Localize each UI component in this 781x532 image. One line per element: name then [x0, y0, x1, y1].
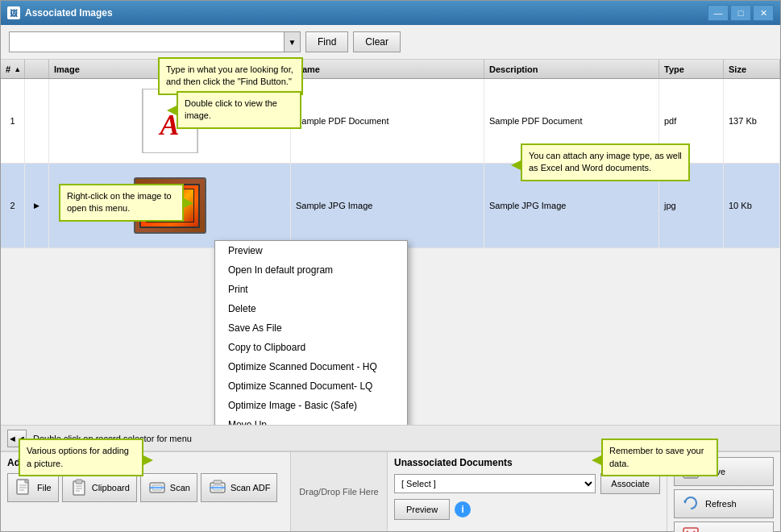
context-menu-optimize-lq[interactable]: Optimize Scanned Document- LQ: [215, 376, 407, 396]
context-menu-save-as[interactable]: Save As File: [215, 318, 407, 338]
row-indicator-2: ▶: [25, 164, 49, 247]
context-menu-optimize-basic[interactable]: Optimize Image - Basic (Safe): [215, 396, 407, 415]
clear-button[interactable]: Clear: [353, 31, 401, 52]
close-window-button[interactable]: ✕: [753, 5, 774, 21]
refresh-icon: [681, 494, 700, 513]
col-name: Name: [291, 60, 484, 78]
scan-button-label: Scan: [170, 483, 190, 493]
close-button[interactable]: Close: [674, 522, 774, 532]
clipboard-button-label: Clipboard: [92, 483, 130, 493]
window-controls: — □ ✕: [708, 5, 774, 21]
footer-panel: Add File Clipboard: [1, 451, 780, 531]
svg-marker-19: [683, 501, 687, 504]
row-number-2: 2: [1, 164, 25, 247]
tooltip-save: Remember to save your data.: [601, 438, 718, 476]
svg-rect-5: [76, 480, 82, 484]
title-bar: 🖼 Associated Images — □ ✕: [1, 1, 780, 25]
tooltip-addpic: Various options for adding a picture.: [19, 438, 143, 476]
search-input-wrap: ▼: [9, 31, 301, 52]
context-menu-move-up[interactable]: Move Up: [215, 415, 407, 425]
find-button[interactable]: Find: [305, 31, 348, 52]
window-title: Associated Images: [25, 7, 708, 19]
tooltip-dblclick: Double click to view the image.: [177, 91, 301, 129]
row-size-1: 137 Kb: [724, 79, 780, 163]
unassoc-preview-button[interactable]: Preview: [394, 499, 450, 520]
row-size-2: 10 Kb: [724, 164, 780, 247]
unassoc-select[interactable]: [ Select ]: [394, 474, 596, 493]
search-input[interactable]: [10, 32, 284, 52]
row-name-2: Sample JPG Image: [291, 164, 484, 247]
refresh-button[interactable]: Refresh: [674, 489, 774, 518]
context-menu-print[interactable]: Print: [215, 280, 407, 299]
table-header: #▲ Image Name Description Type Size: [1, 60, 780, 79]
tooltip-attach: You can attach any image type, as well a…: [521, 143, 690, 181]
col-number: #▲: [1, 60, 25, 78]
drag-drop-panel[interactable]: Drag/Drop File Here: [291, 452, 388, 531]
context-menu-open-default[interactable]: Open In default program: [215, 260, 407, 280]
table-container: #▲ Image Name Description Type Size 1 A: [1, 60, 780, 425]
tooltip-rightclick: Right-click on the image to open this me…: [59, 184, 184, 222]
file-button-label: File: [37, 483, 52, 493]
context-menu-copy-clipboard[interactable]: Copy to Clipboard: [215, 338, 407, 357]
close-icon: [681, 526, 700, 532]
maximize-button[interactable]: □: [730, 5, 751, 21]
col-description: Description: [484, 60, 659, 78]
scan-adf-button-label: Scan ADF: [231, 483, 271, 493]
minimize-button[interactable]: —: [708, 5, 729, 21]
table-body: 1 A Sample PDF Document Sample PDF Docum…: [1, 79, 780, 425]
main-window: 🖼 Associated Images — □ ✕ ▼ Find Clear T…: [0, 0, 781, 532]
info-icon[interactable]: i: [455, 501, 471, 517]
scan-adf-button[interactable]: Scan ADF: [201, 473, 278, 502]
tooltip-search: Type in what you are looking for, and th…: [158, 57, 303, 95]
context-menu-preview[interactable]: Preview: [215, 241, 407, 260]
preview-row: Preview i: [394, 499, 660, 520]
context-menu-delete[interactable]: Delete: [215, 299, 407, 318]
clipboard-icon: [69, 478, 89, 497]
add-buttons: File Clipboard Scan: [7, 473, 284, 502]
col-indicator: [25, 60, 49, 78]
drag-drop-label: Drag/Drop File Here: [299, 487, 378, 497]
col-size: Size: [724, 60, 780, 78]
row-number-1: 1: [1, 79, 25, 163]
search-bar: ▼ Find Clear Type in what you are lookin…: [1, 25, 780, 60]
svg-rect-20: [683, 528, 698, 532]
scan-adf-icon: [208, 478, 227, 497]
scan-icon: [147, 478, 167, 497]
app-icon: 🖼: [7, 6, 20, 19]
context-menu: Preview Open In default program Print De…: [214, 240, 408, 425]
context-menu-optimize-hq[interactable]: Optimize Scanned Document - HQ: [215, 357, 407, 376]
file-icon: [15, 478, 34, 497]
search-dropdown-button[interactable]: ▼: [284, 32, 300, 52]
file-button[interactable]: File: [7, 473, 59, 502]
scan-button[interactable]: Scan: [140, 473, 197, 502]
col-type: Type: [659, 60, 724, 78]
row-indicator-1: [25, 79, 49, 163]
svg-rect-15: [214, 480, 222, 484]
refresh-label: Refresh: [705, 499, 737, 509]
row-name-1: Sample PDF Document: [291, 79, 484, 163]
clipboard-button[interactable]: Clipboard: [62, 473, 137, 502]
